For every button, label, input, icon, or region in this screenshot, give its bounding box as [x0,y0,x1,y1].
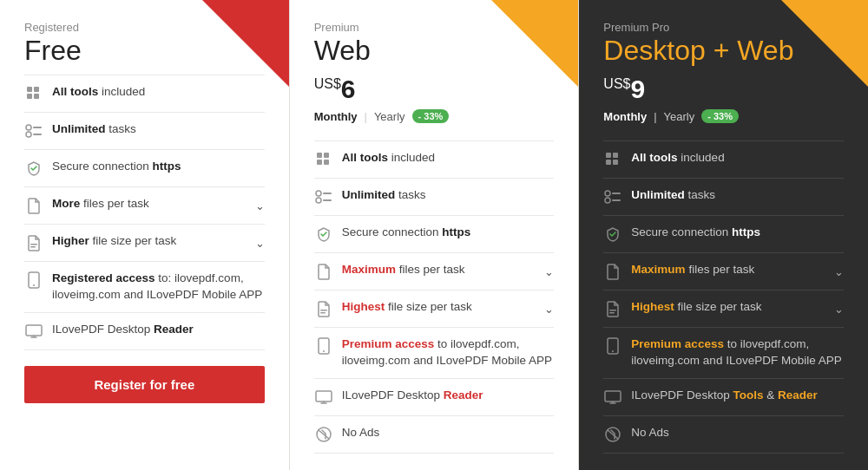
svg-point-31 [605,191,610,196]
billing-toggle-desktop: Monthly | Yearly - 33% [603,109,844,123]
price-amount-desktop: 9 [630,75,645,103]
mobile-icon-desktop [603,336,622,356]
grid-icon [24,84,43,103]
desktop-feature-all-tools: All tools included [603,141,844,179]
noads-icon-web [314,425,333,444]
price-amount-web: 6 [341,75,356,103]
svg-rect-13 [317,153,322,158]
chevron-icon-desktop-files: ⌄ [834,265,844,278]
svg-rect-28 [613,153,618,158]
chevron-icon-desktop-filesize: ⌄ [834,303,844,316]
plans-container: Registered Free All tools included Unlim… [0,0,868,470]
svg-point-4 [26,125,31,130]
tasks-icon-desktop [603,187,622,206]
svg-point-32 [605,198,610,203]
corner-decoration-yellow-web [491,0,578,87]
feature-text-web-no-ads: No Ads [342,425,555,441]
plan-free: Registered Free All tools included Unlim… [0,0,290,470]
shield-icon [24,159,43,178]
feature-text-desktop-max-files: Maximum files per task [631,262,825,278]
feature-text-desktop-reader: ILovePDF Desktop Reader [52,322,265,338]
web-feature-highest-filesize: Highest file size per task ⌄ [314,290,555,328]
feature-higher-filesize: Higher file size per task ⌄ [24,225,265,262]
feature-desktop-reader: ILovePDF Desktop Reader [24,313,265,350]
feature-text-web-secure: Secure connection https [342,225,555,241]
web-feature-desktop-reader: ILovePDF Desktop Reader [314,379,555,416]
svg-rect-0 [27,87,32,92]
feature-text-more-files: More files per task [52,196,247,212]
files-icon [24,196,43,215]
desktop-feature-secure: Secure connection https [603,216,844,253]
svg-rect-35 [609,310,616,311]
desktop-icon-web [314,388,333,407]
svg-point-38 [612,350,614,352]
svg-rect-2 [27,94,32,99]
feature-text-web-highest-filesize: Highest file size per task [342,299,536,316]
svg-rect-6 [33,127,42,128]
discount-badge-web: - 33% [412,109,450,123]
filesize-icon-web [314,299,333,318]
price-currency-desktop: US$ [603,76,630,91]
svg-rect-21 [320,310,327,311]
desktop-feature-max-files: Maximum files per task ⌄ [603,253,844,290]
billing-yearly-web[interactable]: Yearly [374,110,405,123]
svg-rect-1 [34,87,39,92]
shield-icon-desktop [603,225,622,244]
feature-text-web-premium-access: Premium access to ilovepdf.com, iloveimg… [342,336,555,369]
feature-text-higher-filesize: Higher file size per task [52,233,247,250]
desktop-feature-desktop-tools-reader: ILovePDF Desktop Tools & Reader [603,379,844,416]
billing-yearly-desktop[interactable]: Yearly [664,110,695,123]
svg-rect-12 [26,325,42,336]
web-feature-secure: Secure connection https [314,216,555,253]
feature-text-desktop-premium-access: Premium access to ilovepdf.com, iloveimg… [631,336,844,369]
feature-list-web: All tools included Unlimited tasks Secur… [314,140,555,454]
feature-text-web-desktop-reader: ILovePDF Desktop Reader [342,388,555,404]
svg-rect-8 [30,244,37,245]
svg-rect-19 [323,193,332,194]
feature-list-desktop-web: All tools included Unlimited tasks Secur… [603,140,844,454]
shield-icon-web [314,225,333,244]
svg-rect-34 [612,199,621,201]
web-feature-no-ads: No Ads [314,416,555,454]
grid-icon-desktop [603,150,622,169]
desktop-feature-no-ads: No Ads [603,416,844,454]
price-currency-web: US$ [314,76,341,91]
svg-rect-20 [323,199,332,201]
svg-point-5 [26,132,31,137]
chevron-icon-filesize: ⌄ [255,237,265,250]
files-icon-web [314,262,333,281]
svg-point-11 [33,284,35,286]
svg-rect-30 [613,160,618,165]
desktop-feature-premium-access: Premium access to ilovepdf.com, iloveimg… [603,328,844,379]
svg-rect-27 [606,153,611,158]
feature-secure: Secure connection https [24,150,265,187]
feature-text-unlimited-tasks: Unlimited tasks [52,121,265,138]
billing-monthly-web[interactable]: Monthly [314,110,358,123]
tasks-icon [24,121,43,140]
feature-unlimited-tasks: Unlimited tasks [24,113,265,150]
discount-badge-desktop: - 33% [701,109,739,123]
svg-rect-14 [324,153,329,158]
web-feature-unlimited-tasks: Unlimited tasks [314,179,555,216]
svg-point-17 [316,191,321,196]
svg-rect-15 [317,160,322,165]
tasks-icon-web [314,187,333,206]
svg-rect-36 [609,312,615,314]
feature-text-desktop-secure: Secure connection https [631,225,844,241]
corner-decoration-red [202,0,289,87]
feature-list-free: All tools included Unlimited tasks Secur… [24,75,265,350]
desktop-icon [24,322,43,341]
feature-text-desktop-unlimited-tasks: Unlimited tasks [631,187,844,204]
grid-icon-web [314,150,333,169]
feature-text-web-all-tools: All tools included [342,150,555,166]
web-feature-max-files: Maximum files per task ⌄ [314,253,555,290]
svg-rect-39 [605,391,621,401]
web-feature-all-tools: All tools included [314,141,555,179]
plan-desktop-web: Premium Pro Desktop + Web US$9 Monthly |… [579,0,868,470]
billing-toggle-web: Monthly | Yearly - 33% [314,109,555,123]
billing-monthly-desktop[interactable]: Monthly [603,110,647,123]
feature-more-files: More files per task ⌄ [24,187,265,225]
register-free-button[interactable]: Register for free [24,366,265,403]
web-feature-premium-access: Premium access to ilovepdf.com, iloveimg… [314,328,555,379]
svg-rect-33 [612,193,621,194]
